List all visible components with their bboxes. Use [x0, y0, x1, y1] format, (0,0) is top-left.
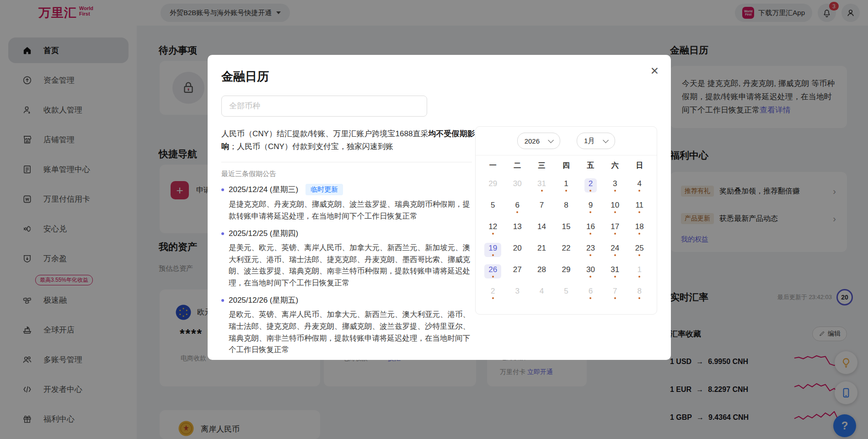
calendar-day[interactable]: 4: [633, 178, 646, 193]
weekday-label: 六: [603, 159, 627, 177]
calendar-day[interactable]: 30: [509, 178, 526, 193]
chevron-down-icon: [603, 137, 609, 143]
event-dot: [589, 276, 591, 278]
calendar-day[interactable]: 1: [633, 264, 646, 278]
calendar-day[interactable]: 5: [487, 200, 499, 214]
calendar-day[interactable]: 13: [509, 221, 526, 236]
calendar-day[interactable]: 3: [511, 286, 523, 300]
calendar-day[interactable]: 21: [533, 243, 550, 257]
calendar-day[interactable]: 19: [484, 243, 501, 257]
day-number: 10: [611, 201, 619, 210]
day-number: 23: [586, 244, 595, 253]
calendar-day[interactable]: 9: [584, 200, 597, 214]
calendar-day[interactable]: 12: [484, 221, 501, 236]
day-number: 1: [638, 265, 642, 274]
calendar-day[interactable]: 27: [509, 264, 526, 278]
calendar-day[interactable]: 11: [631, 200, 648, 214]
calendar-day[interactable]: 7: [609, 286, 621, 300]
calendar-day[interactable]: 29: [558, 264, 575, 278]
calendar-day[interactable]: 5: [560, 286, 572, 300]
calendar-day[interactable]: 20: [509, 243, 526, 257]
calendar-day[interactable]: 8: [633, 286, 646, 300]
currency-filter-input[interactable]: [221, 96, 427, 117]
day-number: 29: [562, 265, 571, 274]
calendar-day[interactable]: 15: [558, 221, 575, 236]
event-dot: [638, 211, 640, 213]
calendar-day-cell: 2: [579, 177, 603, 198]
calendar-day-cell: 1: [554, 177, 578, 198]
day-number: 20: [513, 244, 522, 253]
calendar-week-row: 2930311234: [481, 177, 652, 198]
calendar-week-row: 12131415161718: [481, 220, 652, 241]
event-dot: [492, 276, 494, 278]
calendar-day[interactable]: 31: [533, 178, 550, 193]
calendar-day[interactable]: 4: [536, 286, 548, 300]
calendar-day[interactable]: 10: [606, 200, 623, 214]
calendar-day[interactable]: 26: [484, 264, 501, 278]
calendar-day[interactable]: 7: [536, 200, 548, 214]
calendar-day[interactable]: 30: [582, 264, 599, 278]
day-number: 19: [488, 244, 497, 253]
day-number: 2: [491, 287, 495, 296]
calendar-day[interactable]: 22: [558, 243, 575, 257]
calendar-day-cell: 20: [505, 241, 529, 262]
day-number: 13: [513, 222, 522, 231]
day-number: 5: [491, 201, 495, 210]
calendar-day[interactable]: 16: [582, 221, 599, 236]
calendar-day[interactable]: 1: [560, 178, 572, 193]
calendar-day[interactable]: 23: [582, 243, 599, 257]
calendar-day-cell: 6: [505, 198, 529, 220]
day-number: 14: [537, 222, 546, 231]
event-dot: [614, 276, 616, 278]
day-number: 4: [638, 179, 642, 188]
calendar-day-cell: 8: [554, 198, 578, 220]
calendar-day[interactable]: 6: [584, 286, 597, 300]
calendar-day-cell: 19: [481, 241, 505, 262]
calendar-day-cell: 28: [530, 262, 554, 284]
calendar-day-cell: 21: [530, 241, 554, 262]
calendar-day[interactable]: 18: [631, 221, 648, 236]
day-number: 7: [540, 201, 544, 210]
month-select[interactable]: 1月: [577, 133, 615, 149]
event-dot: [492, 297, 494, 299]
calendar-grid: 一二三四五六日 29303112345678910111213141516171…: [476, 155, 657, 305]
calendar-day[interactable]: 3: [609, 178, 621, 193]
close-icon[interactable]: ✕: [650, 66, 659, 76]
calendar-day[interactable]: 6: [511, 200, 523, 214]
day-number: 6: [515, 201, 519, 210]
calendar-day-cell: 6: [579, 284, 603, 305]
day-number: 12: [488, 222, 497, 231]
calendar-day[interactable]: 17: [606, 221, 623, 236]
financial-calendar-modal: ✕ 金融日历 人民币（CNY）结汇提款/转账、万里汇账户跨境宝1688直采均不受…: [208, 55, 671, 360]
calendar-day-cell: 12: [481, 220, 505, 241]
day-number: 1: [564, 179, 568, 188]
year-select[interactable]: 2026: [517, 133, 560, 149]
holiday-head: 2025/12/25 (星期四): [221, 228, 477, 239]
calendar-day-cell: 13: [505, 220, 529, 241]
calendar-day[interactable]: 14: [533, 221, 550, 236]
calendar-day[interactable]: 29: [484, 178, 501, 193]
event-dot: [589, 211, 591, 213]
modal-title: 金融日历: [221, 69, 657, 85]
event-dot: [565, 190, 567, 192]
calendar-day-cell: 22: [554, 241, 578, 262]
day-number: 28: [537, 265, 546, 274]
calendar-day[interactable]: 2: [487, 286, 499, 300]
calendar-day-cell: 7: [530, 198, 554, 220]
calendar-day-cell: 11: [627, 198, 652, 220]
calendar-day[interactable]: 25: [631, 243, 648, 257]
calendar-day[interactable]: 31: [606, 264, 623, 278]
calendar-days: 2930311234567891011121314151617181920212…: [481, 177, 652, 305]
event-dot: [614, 297, 616, 299]
calendar-day[interactable]: 8: [560, 200, 572, 214]
calendar-day-cell: 14: [530, 220, 554, 241]
calendar-day[interactable]: 28: [533, 264, 550, 278]
calendar-week-row: 567891011: [481, 198, 652, 220]
calendar-day-cell: 9: [579, 198, 603, 220]
calendar-day[interactable]: 24: [606, 243, 623, 257]
day-number: 22: [562, 244, 571, 253]
calendar-day[interactable]: 2: [584, 178, 597, 193]
day-number: 27: [513, 265, 522, 274]
holiday-body: 是美元、欧元、英镑、离岸人民币、加拿大元、新西兰元、新加坡元、澳大利亚元、港币、…: [229, 242, 477, 289]
calendar-week-row: 2345678: [481, 284, 652, 305]
